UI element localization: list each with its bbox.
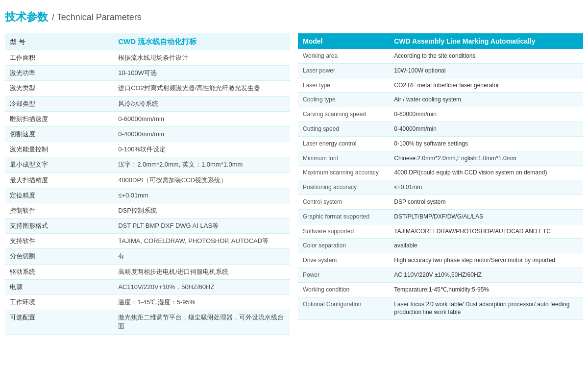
cn-row-value: DST PLT BMP DXF DWG AI LAS等	[113, 219, 290, 234]
en-row-label: Software supported	[298, 224, 389, 239]
en-row-label: Minimum font	[298, 151, 389, 166]
cn-row-value: 10-100W可选	[113, 66, 290, 81]
cn-row-label: 激光类型	[5, 81, 113, 96]
tables-wrapper: 型 号 CWD 流水线自动化打标 工作面积根据流水线现场条件设计激光功率10-1…	[5, 33, 583, 335]
en-row-value: available	[389, 239, 583, 253]
cn-row-label: 支持图形格式	[5, 219, 113, 234]
en-row-value: Chinese:2.0mm*2.0mm,English:1.0mm*1.0mm	[389, 151, 583, 166]
cn-row-label: 冷却类型	[5, 96, 113, 111]
cn-row-label: 激光功率	[5, 66, 113, 81]
en-row-label: Carving scanning speed	[298, 107, 389, 122]
en-header-label: Model	[298, 33, 389, 49]
cn-row-label: 切割速度	[5, 126, 113, 142]
en-row-value: Laser focus 2D work table/ Dust adsorpti…	[389, 297, 583, 320]
en-row-label: Working area	[298, 49, 389, 63]
en-header-value: CWD Assembly Line Marking Automatically	[389, 33, 583, 49]
cn-row-label: 最大扫描精度	[5, 172, 113, 188]
cn-row-value: 0-100%软件设定	[113, 142, 290, 157]
en-row-label: Cooling type	[298, 93, 389, 107]
cn-row-label: 控制软件	[5, 203, 113, 218]
cn-row-value: TAJIMA, CORELDRAW, PHOTOSHOP, AUTOCAD等	[113, 234, 290, 249]
cn-row-value: DSP控制系统	[113, 203, 290, 218]
cn-row-value: 有	[113, 249, 290, 264]
en-row-label: Drive system	[298, 253, 389, 268]
cn-row-value: 0-40000mm/min	[113, 126, 290, 142]
en-row-value: TAJIMA/CORELDRAW/PHOTOSHOP/AUTOCAD AND E…	[389, 224, 583, 239]
cn-row-value: 高精度两相步进电机/进口伺服电机系统	[113, 264, 290, 279]
en-row-label: Power	[298, 268, 389, 282]
title-chinese: 技术参数	[5, 10, 48, 24]
en-row-value: 0-100% by software settings	[389, 136, 583, 151]
cn-row-label: 支持软件	[5, 234, 113, 249]
en-row-label: Maximum scanning accuracy	[298, 166, 389, 180]
cn-row-value: 0-60000mm/min	[113, 111, 290, 126]
table-chinese: 型 号 CWD 流水线自动化打标 工作面积根据流水线现场条件设计激光功率10-1…	[5, 33, 290, 335]
en-row-value: High accuracy two phase step motor/Servo…	[389, 253, 583, 268]
cn-row-value: 温度：1-45℃,湿度：5-95%	[113, 295, 290, 310]
en-row-label: Laser energy control	[298, 136, 389, 151]
en-row-value: Temparature:1-45℃,humidity:5-95%	[389, 282, 583, 297]
en-row-label: Laser type	[298, 78, 389, 93]
en-row-value: 0-40000mm/min	[389, 122, 583, 136]
en-row-label: Graphic format supported	[298, 209, 389, 224]
cn-row-label: 电源	[5, 279, 113, 294]
en-row-value: Air / water cooling system	[389, 93, 583, 107]
en-row-label: Control system	[298, 195, 389, 209]
en-row-label: Cutting speed	[298, 122, 389, 136]
cn-row-value: 4000DPI（可按需加装CCD视觉系统）	[113, 172, 290, 188]
en-row-label: Laser power	[298, 63, 389, 78]
cn-row-value: AC110V/220V+10%，50HZ/60HZ	[113, 279, 290, 294]
cn-header-value: CWD 流水线自动化打标	[113, 33, 290, 50]
cn-row-value: 进口CO2封离式射频激光器/高性能光纤激光发生器	[113, 81, 290, 96]
cn-row-value: 汉字：2.0mm*2.0mm, 英文：1.0mm*1.0mm	[113, 157, 290, 172]
en-row-value: According to the site conditions	[389, 49, 583, 63]
title-english: / Technical Parameters	[52, 12, 142, 23]
cn-row-value: ≤+0.01mm	[113, 188, 290, 203]
cn-header-label: 型 号	[5, 33, 113, 50]
cn-row-label: 雕刻扫描速度	[5, 111, 113, 126]
cn-row-label: 最小成型文字	[5, 157, 113, 172]
en-row-label: Color separation	[298, 239, 389, 253]
en-row-value: 10W-100W optional	[389, 63, 583, 78]
page-title-container: 技术参数 / Technical Parameters	[5, 10, 583, 24]
cn-row-label: 工作面积	[5, 50, 113, 66]
en-row-value: CO2 RF metal tube/fiber laser generator	[389, 78, 583, 93]
en-row-value: 0-60000mm/min	[389, 107, 583, 122]
en-row-label: Positioning accuracy	[298, 180, 389, 195]
cn-row-label: 激光能量控制	[5, 142, 113, 157]
cn-row-label: 分色切割	[5, 249, 113, 264]
cn-row-label: 定位精度	[5, 188, 113, 203]
cn-row-label: 工作环境	[5, 295, 113, 310]
en-row-label: Working condition	[298, 282, 389, 297]
en-row-value: 4000 DPI(could equip with CCD vision sys…	[389, 166, 583, 180]
cn-row-value: 风冷/水冷系统	[113, 96, 290, 111]
en-row-value: DST/PLT/BMP/DXF/DWG/AL/LAS	[389, 209, 583, 224]
en-row-value: DSP control system	[389, 195, 583, 209]
en-row-label: Optional Configuration	[298, 297, 389, 320]
cn-row-label: 可选配置	[5, 310, 113, 334]
cn-row-value: 激光焦距二维调节平台，烟尘吸附处理器，可外设流水线台面	[113, 310, 290, 334]
en-row-value: AC 110V/220V ±10%,50HZ/60HZ	[389, 268, 583, 282]
cn-row-value: 根据流水线现场条件设计	[113, 50, 290, 66]
table-english: Model CWD Assembly Line Marking Automati…	[298, 33, 583, 335]
en-row-value: ≤+0.01mm	[389, 180, 583, 195]
cn-row-label: 驱动系统	[5, 264, 113, 279]
